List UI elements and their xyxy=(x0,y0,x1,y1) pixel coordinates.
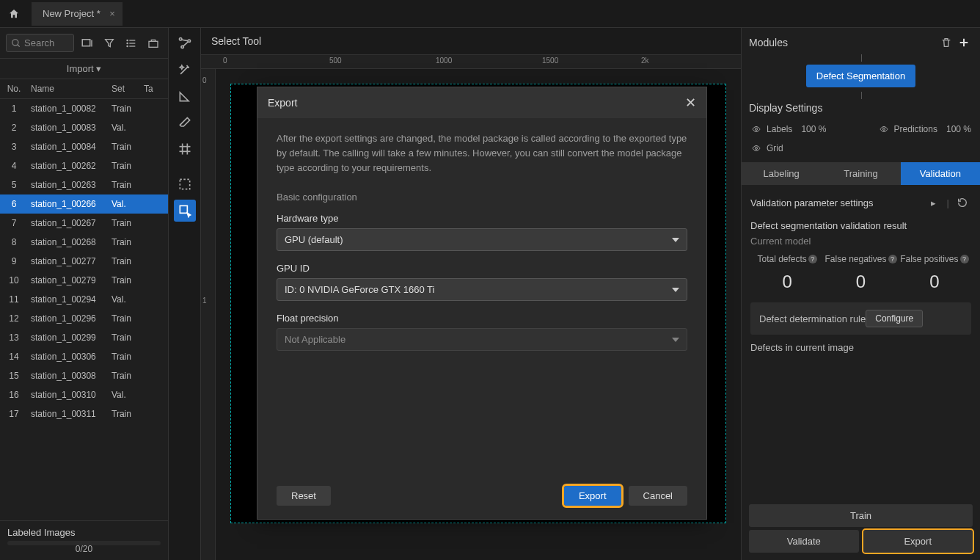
hardware-type-value: GPU (default) xyxy=(285,234,343,245)
left-panel: Search Import ▾ No. Name Set Ta 1station… xyxy=(0,28,169,560)
modal-title: Export xyxy=(268,97,297,109)
file-row[interactable]: 3station_1_00084Train xyxy=(0,137,168,156)
file-row[interactable]: 15station_1_00308Train xyxy=(0,366,168,385)
file-row[interactable]: 14station_1_00306Train xyxy=(0,347,168,366)
file-row[interactable]: 8station_1_00268Train xyxy=(0,233,168,252)
svg-point-0 xyxy=(12,39,18,45)
magic-wand-tool-icon[interactable] xyxy=(174,59,196,81)
eraser-tool-icon[interactable] xyxy=(174,112,196,134)
svg-rect-17 xyxy=(180,179,189,189)
project-tab[interactable]: New Project * × xyxy=(32,2,122,26)
chevron-down-icon xyxy=(672,288,679,292)
labeled-images-title: Labeled Images xyxy=(7,527,161,538)
file-row[interactable]: 9station_1_00277Train xyxy=(0,252,168,271)
gpu-id-select[interactable]: ID: 0 NVIDIA GeForce GTX 1660 Ti xyxy=(277,278,687,301)
file-row[interactable]: 2station_1_00083Val. xyxy=(0,118,168,137)
shape-tool-icon[interactable] xyxy=(174,85,196,107)
grid-tool-icon[interactable] xyxy=(174,138,196,160)
result-title: Defect segmentation validation result xyxy=(750,220,971,231)
search-input[interactable]: Search xyxy=(6,34,74,52)
gpu-id-label: GPU ID xyxy=(277,263,687,274)
file-row[interactable]: 7station_1_00267Train xyxy=(0,214,168,233)
cancel-button[interactable]: Cancel xyxy=(629,486,687,506)
labeled-progress: 0/20 xyxy=(7,544,161,554)
display-settings-title: Display Settings xyxy=(742,96,980,120)
gpu-id-value: ID: 0 NVIDIA GeForce GTX 1660 Ti xyxy=(285,284,434,295)
hardware-type-label: Hardware type xyxy=(277,213,687,224)
marquee-tool-icon[interactable] xyxy=(174,173,196,195)
home-icon[interactable] xyxy=(7,8,21,20)
topbar: New Project * × xyxy=(0,0,980,28)
import-button[interactable]: Import ▾ xyxy=(0,58,168,79)
file-list-header: No. Name Set Ta xyxy=(0,79,168,99)
module-chip[interactable]: Defect Segmentation xyxy=(806,65,915,87)
modal-description: After the export settings are changed, t… xyxy=(277,131,687,175)
export-button[interactable]: Export xyxy=(863,530,973,553)
help-icon[interactable]: ? xyxy=(888,255,897,263)
ruler-horizontal: 0500100015002k xyxy=(201,54,741,69)
col-no[interactable]: No. xyxy=(0,79,28,98)
help-icon[interactable]: ? xyxy=(960,255,969,263)
toggle-predictions[interactable]: Predictions 100 % xyxy=(878,124,971,134)
toggle-grid[interactable]: Grid xyxy=(750,143,783,153)
help-icon[interactable]: ? xyxy=(808,255,817,263)
tool-header: Select Tool xyxy=(201,28,741,54)
predictions-label: Predictions xyxy=(894,124,937,134)
col-set[interactable]: Set xyxy=(109,79,141,98)
validate-button[interactable]: Validate xyxy=(749,530,859,553)
file-row[interactable]: 6station_1_00266Val. xyxy=(0,194,168,214)
svg-rect-2 xyxy=(82,39,90,46)
labels-pct: 100 % xyxy=(801,124,826,134)
ruler-vertical: 01 xyxy=(201,69,216,560)
tab-training[interactable]: Training xyxy=(821,162,900,185)
svg-point-7 xyxy=(127,43,128,43)
col-tag[interactable]: Ta xyxy=(141,79,161,98)
file-row[interactable]: 4station_1_00262Train xyxy=(0,156,168,175)
col-name[interactable]: Name xyxy=(28,79,109,98)
labeled-images-panel: Labeled Images 0/20 xyxy=(0,520,168,560)
project-tab-label: New Project * xyxy=(43,8,100,19)
file-row[interactable]: 1station_1_00082Train xyxy=(0,99,168,118)
tab-labeling[interactable]: Labeling xyxy=(742,162,821,185)
camera-icon[interactable] xyxy=(145,34,162,52)
polyline-tool-icon[interactable] xyxy=(174,32,196,54)
file-row[interactable]: 13station_1_00299Train xyxy=(0,328,168,347)
reset-button[interactable]: Reset xyxy=(277,486,331,506)
tab-validation[interactable]: Validation xyxy=(901,162,980,185)
add-module-icon[interactable] xyxy=(955,34,973,51)
configure-button[interactable]: Configure xyxy=(866,310,923,327)
chevron-down-icon: ▾ xyxy=(96,63,101,74)
svg-line-1 xyxy=(18,44,20,46)
modal-section-title: Basic configuration xyxy=(277,192,687,203)
file-row[interactable]: 12station_1_00296Train xyxy=(0,309,168,328)
file-row[interactable]: 10station_1_00279Train xyxy=(0,271,168,290)
select-tool-icon[interactable] xyxy=(174,200,196,222)
toggle-labels[interactable]: Labels 100 % xyxy=(750,124,826,134)
delete-module-icon[interactable] xyxy=(937,34,955,51)
file-row[interactable]: 16station_1_00310Val. xyxy=(0,385,168,404)
train-button[interactable]: Train xyxy=(749,504,973,527)
hardware-type-select[interactable]: GPU (default) xyxy=(277,228,687,251)
file-list[interactable]: 1station_1_00082Train2station_1_00083Val… xyxy=(0,99,168,520)
predictions-pct: 100 % xyxy=(946,124,971,134)
defects-in-image-label: Defects in current image xyxy=(750,342,971,353)
close-tab-icon[interactable]: × xyxy=(109,8,115,19)
expand-params-icon[interactable]: ▸ xyxy=(925,194,943,211)
reset-params-icon[interactable] xyxy=(954,194,971,211)
thumbnail-view-icon[interactable] xyxy=(78,34,96,52)
mode-tabs: Labeling Training Validation xyxy=(742,162,980,185)
float-precision-select: Not Applicable xyxy=(277,328,687,351)
labels-label: Labels xyxy=(767,124,792,134)
validation-param-title: Validation parameter settings xyxy=(750,197,873,208)
modal-export-button[interactable]: Export xyxy=(564,486,621,506)
file-row[interactable]: 17station_1_00311Train xyxy=(0,404,168,423)
grid-label: Grid xyxy=(767,143,783,153)
list-icon[interactable] xyxy=(122,34,140,52)
search-placeholder: Search xyxy=(24,37,54,48)
close-icon[interactable]: ✕ xyxy=(685,95,696,111)
file-row[interactable]: 5station_1_00263Train xyxy=(0,175,168,194)
filter-icon[interactable] xyxy=(100,34,118,52)
file-row[interactable]: 11station_1_00294Val. xyxy=(0,290,168,309)
rule-label: Defect determination rule xyxy=(759,313,866,324)
svg-rect-18 xyxy=(180,206,187,213)
